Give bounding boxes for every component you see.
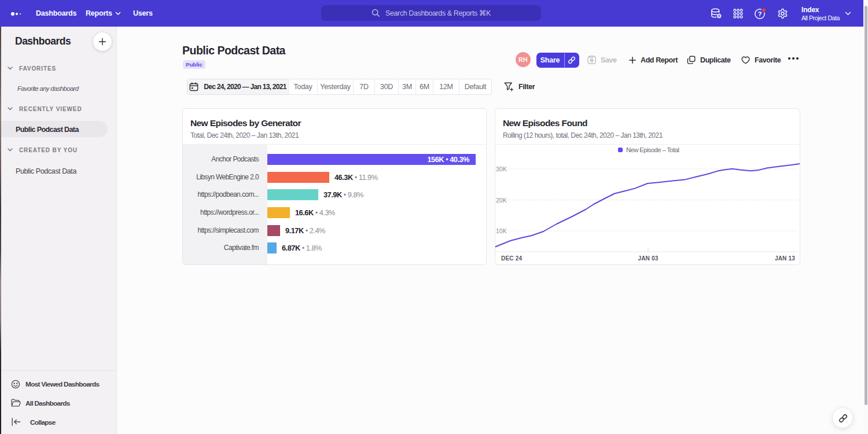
svg-text:JAN 03: JAN 03 bbox=[638, 255, 658, 262]
svg-text:10K: 10K bbox=[496, 227, 507, 234]
svg-text:20K: 20K bbox=[496, 197, 507, 204]
svg-text:30K: 30K bbox=[496, 165, 507, 172]
svg-text:JAN 13: JAN 13 bbox=[775, 255, 795, 262]
svg-text:DEC 24: DEC 24 bbox=[501, 255, 522, 262]
svg-text:?: ? bbox=[758, 10, 762, 17]
